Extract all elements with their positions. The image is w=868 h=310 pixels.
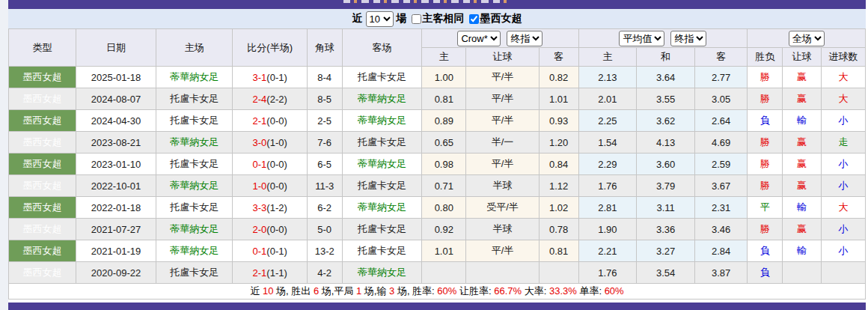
col-header-type: 类型 [9,29,76,67]
avg-home-odds-cell: 1.76 [578,262,637,284]
handicap-line-cell: 半球 [466,219,539,240]
corners-cell: 4-2 [307,262,342,284]
handicap-line-cell: 半球 [466,175,539,197]
league-cell: 墨西女超 [9,262,76,284]
footer-stat-segment: 单率: [577,285,605,297]
left-gutter [0,0,8,310]
avg-home-odds-cell: 2.01 [578,88,637,110]
average-source-select[interactable]: 平均值 [619,31,664,46]
content: 近 10 場 主客相同 墨西女超 类型 [8,0,866,310]
score-cell: 2-0(0-0) [233,219,307,240]
h2h-odds-table: 类型 日期 主场 比分(半场) 角球 客场 Crow* 终指 平均值 [8,28,866,300]
avg-away-odds-cell: 2.64 [694,110,747,132]
avg-home-odds-cell: 1.76 [578,175,637,197]
matches-label: 場 [397,12,407,25]
home-team-cell[interactable]: 蒂華納女足 [156,175,233,197]
away-team-cell[interactable]: 托盧卡女足 [342,219,422,240]
away-team-cell[interactable]: 蒂華納女足 [342,197,422,219]
result-wdl-cell: 負 [748,240,783,262]
filter-bar: 近 10 場 主客相同 墨西女超 [8,9,866,28]
handicap-home-odds-cell: 0.98 [422,154,466,175]
avg-draw-odds-cell: 3.62 [637,110,695,132]
table-row: 墨西女超 2022-01-18 托盧卡女足 3-3(1-2) 6-2 蒂華納女足… [9,197,866,219]
average-time-select[interactable]: 终指 [670,31,706,46]
col-header-avg-draw: 和 [637,48,695,67]
result-goals-cell: 小 [821,240,865,262]
handicap-away-odds-cell [539,262,578,284]
avg-draw-odds-cell: 3.11 [637,197,695,219]
recent-count-select[interactable]: 10 [366,11,394,27]
avg-draw-odds-cell: 3.54 [637,262,695,284]
result-wdl-cell: 平 [748,197,783,219]
summary-row: 近 10 场, 胜出 6 场,平局 1 场,输 3 场, 胜率: 60% 让胜率… [9,284,866,300]
avg-home-odds-cell: 2.21 [578,240,637,262]
avg-draw-odds-cell: 3.36 [637,219,695,240]
away-team-cell[interactable]: 蒂華納女足 [342,110,422,132]
same-homeaway-label[interactable]: 主客相同 [412,12,465,25]
away-team-cell[interactable]: 蒂華納女足 [342,154,422,175]
result-goals-cell: 大 [821,88,865,110]
home-team-cell[interactable]: 蒂華納女足 [156,132,233,154]
home-team-cell[interactable]: 蒂華納女足 [156,219,233,240]
handicap-away-odds-cell: 0.82 [539,67,578,88]
date-cell: 2021-01-19 [76,240,156,262]
result-wdl-cell: 勝 [748,175,783,197]
handicap-away-odds-cell: 1.20 [539,132,578,154]
score-cell: 3-3(1-2) [233,197,307,219]
corners-cell: 7-6 [307,132,342,154]
home-team-cell[interactable]: 蒂華納女足 [156,67,233,88]
footer-stat-segment: 大率: [522,285,549,297]
handicap-line-cell: 平/半 [466,154,539,175]
col-header-result-ah: 让球 [783,48,822,67]
avg-draw-odds-cell: 3.64 [637,67,695,88]
home-team-cell[interactable]: 托盧卡女足 [156,197,233,219]
footer-stat-segment: 66.7% [494,285,522,297]
result-wdl-cell: 勝 [748,154,783,175]
result-goals-cell: 小 [821,219,865,240]
corners-cell: 6-5 [307,154,342,175]
result-wdl-cell: 勝 [748,132,783,154]
avg-away-odds-cell: 3.87 [694,262,747,284]
handicap-home-odds-cell: 0.65 [422,132,466,154]
result-handicap-cell: 赢 [783,88,822,110]
home-team-cell[interactable]: 托盧卡女足 [156,110,233,132]
result-handicap-cell: 輸 [783,110,822,132]
away-team-cell[interactable]: 托盧卡女足 [342,132,422,154]
date-cell: 2024-04-30 [76,110,156,132]
result-goals-cell: 大 [821,197,865,219]
bookmaker-select[interactable]: Crow* [457,31,501,46]
home-team-cell[interactable]: 托盧卡女足 [156,88,233,110]
home-team-cell[interactable]: 托盧卡女足 [156,262,233,284]
footer-stat-segment: 近 [250,285,263,297]
away-team-cell[interactable]: 托盧卡女足 [342,175,422,197]
avg-away-odds-cell: 2.59 [694,154,747,175]
date-cell: 2023-01-10 [76,154,156,175]
league-cell: 墨西女超 [9,197,76,219]
col-header-avg-home: 主 [578,48,637,67]
result-handicap-cell: 輸 [783,240,822,262]
away-team-cell[interactable]: 蒂華納女足 [342,262,422,284]
score-cell: 3-0(1-0) [233,132,307,154]
fulltime-select[interactable]: 全场 [789,31,825,46]
league-filter-checkbox[interactable] [469,14,479,24]
table-row: 墨西女超 2024-08-07 托盧卡女足 2-4(2-2) 8-5 蒂華納女足… [9,88,866,110]
home-team-cell[interactable]: 托盧卡女足 [156,154,233,175]
handicap-home-odds-cell: 1.01 [422,240,466,262]
handicap-time-select[interactable]: 终指 [507,31,542,46]
avg-away-odds-cell: 4.69 [694,132,747,154]
league-filter-label[interactable]: 墨西女超 [469,12,522,25]
footer-stat-segment: 让胜率: [456,285,494,297]
near-label: 近 [352,12,363,25]
date-cell: 2022-10-01 [76,175,156,197]
avg-away-odds-cell: 3.67 [694,175,747,197]
away-team-cell[interactable]: 托盧卡女足 [342,240,422,262]
result-handicap-cell: 赢 [783,219,822,240]
league-cell: 墨西女超 [9,175,76,197]
footer-stat-segment: 60% [437,285,456,297]
home-team-cell[interactable]: 蒂華納女足 [156,240,233,262]
away-team-cell[interactable]: 托盧卡女足 [342,67,422,88]
date-cell: 2023-08-21 [76,132,156,154]
result-handicap-cell: 赢 [783,67,822,88]
away-team-cell[interactable]: 蒂華納女足 [342,88,422,110]
same-homeaway-checkbox[interactable] [412,14,421,24]
